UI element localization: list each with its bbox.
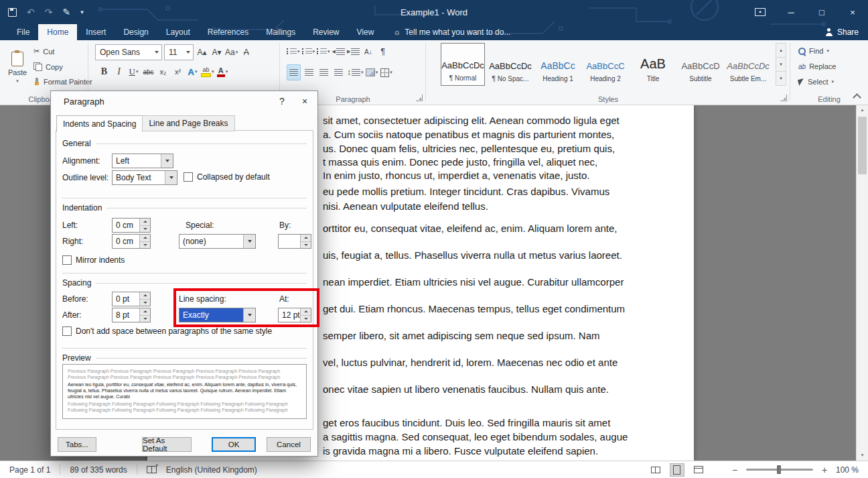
- share-button[interactable]: Share: [825, 24, 868, 40]
- decrease-indent-button[interactable]: ◀: [332, 44, 345, 59]
- spinner-up-icon[interactable]: [301, 235, 311, 241]
- clear-formatting-button[interactable]: A: [240, 45, 252, 60]
- zoom-out-button[interactable]: −: [730, 465, 739, 475]
- collapsed-by-default-checkbox[interactable]: Collapsed by default: [184, 172, 270, 182]
- scroll-down-icon[interactable]: ▾: [857, 450, 868, 461]
- show-paragraph-marks-button[interactable]: ¶: [376, 44, 389, 59]
- tab-indents-and-spacing[interactable]: Indents and Spacing: [56, 115, 143, 132]
- zoom-in-button[interactable]: +: [820, 465, 829, 475]
- grow-font-button[interactable]: A▴: [196, 45, 208, 60]
- tab-home[interactable]: Home: [38, 24, 77, 40]
- vertical-scrollbar[interactable]: ▴ ▾: [856, 105, 868, 461]
- increase-indent-button[interactable]: ▶: [347, 44, 360, 59]
- indent-left-spinner[interactable]: 0 cm: [112, 218, 151, 233]
- sort-button[interactable]: A↓: [362, 44, 374, 59]
- print-layout-button[interactable]: [670, 463, 684, 477]
- zoom-level[interactable]: 100 %: [836, 465, 859, 475]
- numbering-button[interactable]: ▾: [302, 44, 315, 59]
- align-right-button[interactable]: [317, 65, 330, 80]
- subscript-button[interactable]: x₂: [157, 64, 169, 79]
- outline-level-dropdown-icon[interactable]: [165, 171, 177, 184]
- proofing-errors-icon[interactable]: [147, 466, 157, 473]
- text-highlight-button[interactable]: ab▾: [201, 64, 214, 79]
- spinner-down-icon[interactable]: [140, 299, 150, 306]
- scroll-up-icon[interactable]: ▴: [857, 105, 868, 115]
- italic-button[interactable]: I: [113, 64, 125, 79]
- minimize-button[interactable]: ─: [776, 0, 806, 24]
- zoom-slider-thumb[interactable]: [777, 465, 781, 474]
- spinner-up-icon[interactable]: [140, 308, 150, 315]
- cancel-button[interactable]: Cancel: [267, 437, 311, 452]
- spinner-up-icon[interactable]: [140, 292, 150, 299]
- styles-gallery-more-icon[interactable]: ▾: [776, 71, 786, 86]
- special-combobox[interactable]: (none): [179, 234, 256, 249]
- tab-design[interactable]: Design: [115, 24, 157, 40]
- tab-mailings[interactable]: Mailings: [257, 24, 304, 40]
- alignment-combobox[interactable]: Left: [112, 154, 173, 168]
- font-size-combobox[interactable]: 11: [164, 44, 194, 60]
- scrollbar-thumb[interactable]: [858, 117, 867, 174]
- tab-layout[interactable]: Layout: [157, 24, 199, 40]
- font-size-dropdown-icon[interactable]: [183, 45, 193, 60]
- align-left-button[interactable]: [287, 64, 301, 80]
- special-dropdown-icon[interactable]: [243, 235, 255, 248]
- font-name-combobox[interactable]: Open Sans: [95, 44, 162, 60]
- set-as-default-button[interactable]: Set As Default: [142, 437, 192, 452]
- tab-references[interactable]: References: [199, 24, 257, 40]
- align-center-button[interactable]: [303, 65, 315, 80]
- tab-file[interactable]: File: [8, 24, 38, 40]
- justify-button[interactable]: [332, 65, 345, 80]
- tab-insert[interactable]: Insert: [77, 24, 115, 40]
- tell-me-box[interactable]: ☼ Tell me what you want to do...: [393, 24, 510, 40]
- web-layout-button[interactable]: [691, 463, 706, 477]
- dont-add-space-checkbox[interactable]: Don't add space between paragraphs of th…: [62, 326, 272, 336]
- tab-line-and-page-breaks[interactable]: Line and Page Breaks: [142, 115, 234, 131]
- style-normal[interactable]: AaBbCcDc ¶ Normal: [441, 43, 485, 86]
- font-color-button[interactable]: A▾: [216, 64, 229, 79]
- spinner-down-icon[interactable]: [140, 241, 150, 249]
- spinner-up-icon[interactable]: [140, 219, 150, 225]
- tab-review[interactable]: Review: [304, 24, 348, 40]
- outline-level-combobox[interactable]: Body Text: [112, 170, 177, 185]
- indent-right-spinner[interactable]: 0 cm: [112, 234, 151, 249]
- zoom-slider[interactable]: [746, 469, 813, 471]
- ribbon-display-options-button[interactable]: ▴: [745, 0, 776, 24]
- shrink-font-button[interactable]: A▾: [210, 45, 223, 60]
- by-spinner[interactable]: [278, 234, 311, 249]
- multilevel-list-button[interactable]: ▾: [317, 44, 330, 59]
- dialog-help-button[interactable]: ?: [272, 93, 292, 110]
- mirror-indents-checkbox[interactable]: Mirror indents: [62, 255, 125, 265]
- format-painter-button[interactable]: Format Painter: [33, 78, 92, 86]
- paste-dropdown-icon[interactable]: ▾: [16, 78, 19, 84]
- style-title[interactable]: AaB Title: [631, 43, 675, 86]
- style-heading-1[interactable]: AaBbCc Heading 1: [536, 43, 580, 86]
- read-mode-button[interactable]: [648, 463, 663, 477]
- change-case-button[interactable]: Aa▾: [225, 45, 238, 60]
- spinner-down-icon[interactable]: [140, 225, 150, 233]
- find-button[interactable]: Find ▾: [798, 47, 829, 55]
- font-name-dropdown-icon[interactable]: [151, 45, 161, 60]
- ok-button[interactable]: OK: [212, 437, 256, 452]
- dialog-close-button[interactable]: ×: [295, 93, 315, 110]
- underline-button[interactable]: U▾: [127, 64, 140, 79]
- spinner-down-icon[interactable]: [301, 241, 311, 249]
- style-no-spacing[interactable]: AaBbCcDc ¶ No Spac...: [488, 43, 532, 86]
- spinner-down-icon[interactable]: [140, 315, 150, 322]
- paragraph-dialog-launcher[interactable]: [416, 95, 423, 101]
- language-indicator[interactable]: English (United Kingdom): [166, 465, 257, 475]
- spacing-before-spinner[interactable]: 0 pt: [112, 292, 151, 306]
- tab-view[interactable]: View: [348, 24, 383, 40]
- line-spacing-button[interactable]: ↕▾: [347, 65, 364, 80]
- replace-button[interactable]: ab Replace: [798, 62, 836, 70]
- strikethrough-button[interactable]: abc: [142, 64, 155, 79]
- maximize-button[interactable]: □: [806, 0, 837, 24]
- styles-scroll-down-icon[interactable]: ▾: [776, 57, 786, 71]
- borders-button[interactable]: ▾: [380, 65, 393, 80]
- style-subtitle[interactable]: AaBbCcD Subtitle: [678, 43, 723, 86]
- styles-dialog-launcher[interactable]: [780, 95, 787, 101]
- superscript-button[interactable]: x²: [171, 64, 184, 79]
- bold-button[interactable]: B: [98, 64, 111, 79]
- bullets-button[interactable]: ▾: [287, 44, 300, 59]
- shading-button[interactable]: ▾: [366, 65, 378, 80]
- spinner-up-icon[interactable]: [140, 235, 150, 241]
